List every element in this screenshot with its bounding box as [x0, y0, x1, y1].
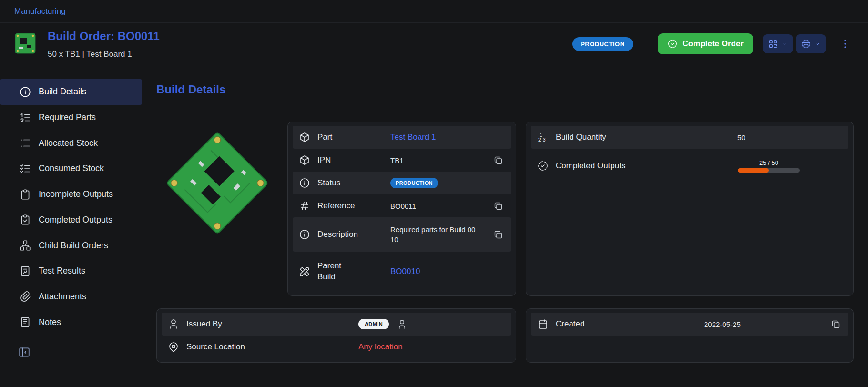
detail-label-ipn: IPN [317, 155, 331, 165]
issued-by-row: Issued By ADMIN [162, 313, 511, 336]
copy-icon [493, 201, 503, 211]
breadcrumb-manufacturing[interactable]: Manufacturing [14, 7, 66, 16]
detail-label-parent-build: Parent Build [317, 261, 349, 283]
clipboard-icon [19, 188, 31, 201]
page-subtitle: 50 x TB1 | Test Board 1 [48, 50, 160, 59]
part-thumbnail[interactable] [12, 31, 38, 56]
detail-row-reference: Reference BO0011 [293, 194, 511, 217]
issued-by-badge: ADMIN [358, 319, 389, 329]
detail-row-parent-build: Parent Build BO0010 [293, 252, 511, 292]
chevron-down-icon [814, 41, 821, 48]
pcb-thumbnail-image [12, 31, 38, 56]
copy-ipn-button[interactable] [492, 154, 505, 167]
main-panel: Build Details [143, 67, 868, 358]
print-actions-button[interactable] [796, 34, 826, 53]
sidebar-item-label: Attachments [39, 292, 86, 302]
sidebar-item-attachments[interactable]: Attachments [0, 284, 142, 310]
sidebar-item-child-build-orders[interactable]: Child Build Orders [0, 233, 142, 258]
build-quantity-value: 50 [737, 133, 745, 142]
barcode-actions-button[interactable] [763, 34, 793, 53]
copy-reference-button[interactable] [492, 200, 505, 213]
action-button-group [763, 34, 826, 53]
sidebar-item-label: Child Build Orders [39, 241, 108, 251]
sidebar-item-test-results[interactable]: Test Results [0, 258, 142, 284]
numbers-123-icon: 1 2 3 [537, 132, 549, 143]
source-location-label: Source Location [186, 342, 245, 352]
sidebar-item-label: Completed Outputs [39, 215, 112, 225]
detail-label-status: Status [317, 178, 340, 188]
info-circle-icon [299, 229, 310, 240]
copy-created-button[interactable] [829, 318, 842, 331]
copy-description-button[interactable] [492, 228, 505, 241]
more-actions-button[interactable] [837, 35, 854, 52]
parent-build-link[interactable]: BO0010 [390, 267, 420, 276]
list-check-icon [19, 163, 31, 175]
test-report-icon [19, 265, 31, 277]
created-label: Created [556, 319, 584, 329]
part-image[interactable] [156, 122, 278, 244]
user-icon [397, 319, 408, 330]
created-card: Created 2022-05-25 [526, 308, 854, 363]
issued-card: Issued By ADMIN Source Location Any loca… [156, 308, 516, 363]
svg-text:2: 2 [538, 137, 541, 143]
description-value: Required parts for Build 0010 [390, 220, 476, 249]
header-actions: PRODUCTION Complete Order [572, 33, 854, 54]
info-circle-icon [19, 86, 31, 98]
sidebar-item-required-parts[interactable]: Required Parts [0, 105, 142, 131]
issued-by-label: Issued By [186, 319, 222, 329]
detail-label-description: Description [317, 230, 358, 239]
sidebar-item-incomplete-outputs[interactable]: Incomplete Outputs [0, 182, 142, 207]
build-quantity-card: 1 2 3 Build Quantity 50 Completed Output… [526, 122, 854, 296]
tools-icon [299, 266, 310, 277]
sidebar-collapse-icon [18, 346, 31, 358]
complete-order-label: Complete Order [683, 39, 744, 49]
source-location-value: Any location [358, 342, 403, 352]
complete-order-button[interactable]: Complete Order [658, 33, 753, 54]
circle-check-icon [667, 39, 678, 49]
build-details-card: Part Test Board 1 IPN TB1 [287, 122, 516, 296]
source-location-row: Source Location Any location [162, 336, 511, 358]
calendar-icon [537, 318, 549, 330]
sidebar-item-label: Notes [39, 317, 61, 327]
detail-label-reference: Reference [317, 201, 355, 211]
detail-row-ipn: IPN TB1 [293, 149, 511, 172]
sidebar-item-build-details[interactable]: Build Details [0, 79, 142, 105]
sidebar-item-label: Allocated Stock [39, 138, 98, 148]
package-icon [299, 154, 310, 166]
dots-vertical-icon [839, 38, 851, 50]
sidebar-item-label: Build Details [39, 87, 86, 97]
quantity-row-completed-outputs: Completed Outputs 25 / 50 [531, 149, 848, 183]
package-icon [299, 132, 310, 143]
part-link[interactable]: Test Board 1 [390, 132, 436, 142]
hash-icon [299, 200, 310, 212]
pcb-image [157, 123, 277, 243]
copy-icon [831, 319, 841, 329]
detail-row-status: Status PRODUCTION [293, 172, 511, 194]
ipn-value: TB1 [390, 156, 404, 164]
map-pin-icon [168, 341, 179, 353]
svg-text:3: 3 [543, 137, 546, 143]
collapse-sidebar-button[interactable] [0, 340, 31, 358]
info-circle-icon [299, 177, 310, 189]
printer-icon [801, 39, 811, 49]
status-badge: PRODUCTION [572, 37, 633, 51]
progress-label: 25 / 50 [759, 159, 778, 166]
progress-check-icon [537, 160, 549, 172]
copy-icon [493, 230, 503, 240]
breadcrumb: Manufacturing [0, 0, 868, 23]
sidebar-item-completed-outputs[interactable]: Completed Outputs [0, 207, 142, 233]
chevron-down-icon [781, 41, 788, 48]
sidebar-item-notes[interactable]: Notes [0, 309, 142, 335]
sidebar-item-label: Incomplete Outputs [39, 189, 113, 199]
clipboard-check-icon [19, 214, 31, 226]
build-quantity-label: Build Quantity [556, 132, 606, 142]
sidebar-item-label: Required Parts [39, 112, 96, 122]
detail-row-description: Description Required parts for Build 001… [293, 217, 511, 252]
section-heading: Build Details [156, 83, 854, 96]
sidebar-item-allocated-stock[interactable]: Allocated Stock [0, 130, 142, 156]
user-icon [168, 318, 179, 330]
created-row: Created 2022-05-25 [531, 313, 848, 336]
sidebar-item-consumed-stock[interactable]: Consumed Stock [0, 156, 142, 182]
status-badge-small: PRODUCTION [390, 178, 438, 188]
quantity-row-build-quantity: 1 2 3 Build Quantity 50 [531, 126, 848, 149]
